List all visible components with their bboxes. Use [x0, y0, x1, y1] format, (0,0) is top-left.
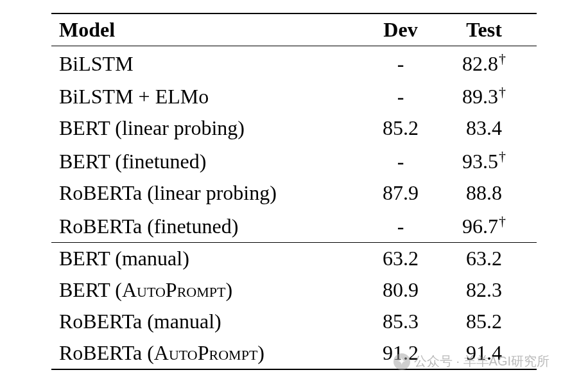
- model-cell: RoBERTa (manual): [59, 310, 362, 333]
- test-cell: 93.5†: [439, 148, 529, 173]
- model-cell: BERT (linear probing): [59, 116, 362, 140]
- dev-cell: -: [362, 52, 439, 76]
- test-cell: 83.4: [439, 116, 529, 140]
- dev-cell: 80.9: [362, 278, 439, 302]
- table-row: BiLSTM + ELMo-89.3†: [51, 80, 537, 113]
- model-cell: RoBERTa (finetuned): [59, 215, 362, 238]
- table-section-1: BiLSTM-82.8†BiLSTM + ELMo-89.3†BERT (lin…: [51, 46, 537, 242]
- dev-cell: 63.2: [362, 247, 439, 270]
- dagger-icon: †: [499, 213, 506, 229]
- model-cell: RoBERTa (linear probing): [59, 181, 362, 205]
- test-cell: 88.8: [439, 181, 529, 205]
- test-cell: 89.3†: [439, 84, 529, 109]
- dev-cell: 85.3: [362, 310, 439, 333]
- table-row: BERT (AutoPrompt)80.982.3: [51, 274, 537, 306]
- test-cell: 63.2: [439, 247, 529, 270]
- watermark: ✦ 公众号 · 羊羊AGI研究所: [393, 353, 549, 370]
- model-cell: BERT (AutoPrompt): [59, 278, 362, 302]
- smallcaps-text: AutoPrompt: [154, 341, 258, 364]
- dagger-icon: †: [499, 50, 506, 66]
- dev-cell: -: [362, 215, 439, 238]
- table-row: RoBERTa (linear probing)87.988.8: [51, 177, 537, 209]
- table-row: BiLSTM-82.8†: [51, 46, 537, 80]
- table-row: RoBERTa (finetuned)-96.7†: [51, 209, 537, 242]
- wechat-icon: ✦: [393, 353, 410, 370]
- results-table: Model Dev Test BiLSTM-82.8†BiLSTM + ELMo…: [51, 13, 537, 370]
- test-cell: 85.2: [439, 310, 529, 333]
- dagger-icon: †: [499, 84, 506, 100]
- test-cell: 96.7†: [439, 213, 529, 238]
- table-row: BERT (finetuned)-93.5†: [51, 144, 537, 177]
- model-cell: BiLSTM + ELMo: [59, 85, 362, 109]
- table-row: BERT (manual)63.263.2: [51, 243, 537, 274]
- test-cell: 82.3: [439, 278, 529, 302]
- table-row: RoBERTa (manual)85.385.2: [51, 306, 537, 337]
- model-cell: BERT (manual): [59, 247, 362, 270]
- header-test: Test: [439, 18, 529, 42]
- table-row: BERT (linear probing)85.283.4: [51, 112, 537, 144]
- smallcaps-text: AutoPrompt: [122, 278, 226, 301]
- test-cell: 82.8†: [439, 50, 529, 76]
- table-section-2: BERT (manual)63.263.2BERT (AutoPrompt)80…: [51, 242, 537, 370]
- header-dev: Dev: [362, 18, 439, 42]
- dagger-icon: †: [499, 148, 506, 164]
- model-cell: BERT (finetuned): [59, 150, 362, 173]
- header-model: Model: [59, 18, 362, 42]
- dev-cell: -: [362, 85, 439, 109]
- model-cell: RoBERTa (AutoPrompt): [59, 341, 362, 365]
- table-header-row: Model Dev Test: [51, 13, 537, 46]
- dev-cell: -: [362, 150, 439, 173]
- dev-cell: 85.2: [362, 116, 439, 140]
- watermark-text: 公众号 · 羊羊AGI研究所: [414, 353, 549, 370]
- model-cell: BiLSTM: [59, 52, 362, 76]
- dev-cell: 87.9: [362, 181, 439, 205]
